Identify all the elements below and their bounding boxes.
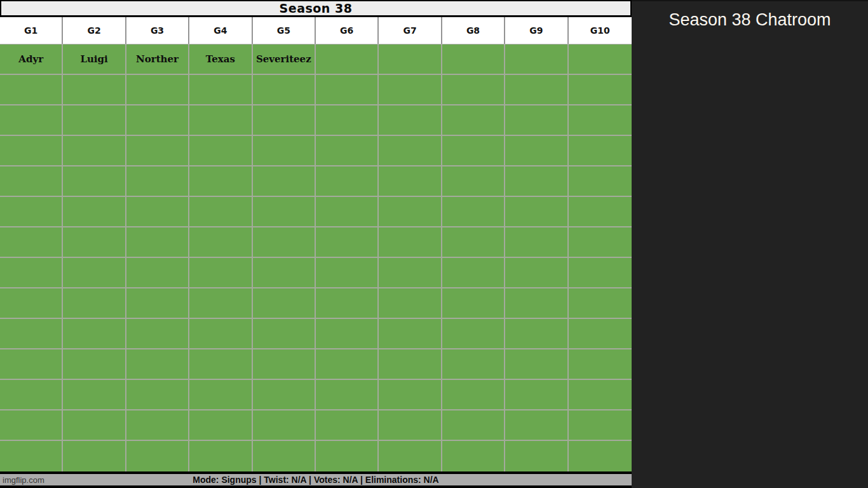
empty-cell <box>569 166 632 197</box>
empty-cell <box>569 136 632 166</box>
signup-grid: AdyrLuigiNortherTexasSeveriteez <box>0 44 632 471</box>
screenshot-canvas: Season 38 G1G2G3G4G5G6G7G8G9G10 AdyrLuig… <box>0 0 868 488</box>
season-title: Season 38 <box>280 3 353 15</box>
empty-cell <box>63 227 126 258</box>
empty-cell <box>253 227 316 258</box>
empty-cell <box>253 136 316 166</box>
empty-cell <box>126 197 189 227</box>
empty-cell <box>0 197 63 227</box>
empty-cell <box>63 441 126 471</box>
empty-cell <box>442 349 505 380</box>
empty-cell <box>505 227 568 258</box>
empty-cell <box>253 258 316 288</box>
empty-cell <box>442 319 505 349</box>
empty-cell <box>189 319 252 349</box>
empty-cell <box>379 197 442 227</box>
empty-cell <box>253 380 316 410</box>
empty-cell <box>379 136 442 166</box>
empty-cell <box>0 380 63 410</box>
chatroom-title: Season 38 Chatroom <box>632 10 868 30</box>
empty-cell <box>126 319 189 349</box>
player-cell-luigi: Luigi <box>63 44 126 75</box>
empty-cell <box>379 258 442 288</box>
empty-cell <box>189 288 252 319</box>
empty-cell <box>189 166 252 197</box>
empty-cell <box>126 410 189 441</box>
empty-cell <box>189 197 252 227</box>
player-cell-texas: Texas <box>189 44 252 75</box>
empty-cell <box>569 380 632 410</box>
empty-cell <box>0 349 63 380</box>
empty-cell <box>505 136 568 166</box>
empty-cell <box>442 44 505 75</box>
empty-cell <box>569 319 632 349</box>
empty-cell <box>0 319 63 349</box>
empty-cell <box>379 380 442 410</box>
empty-cell <box>505 441 568 471</box>
empty-cell <box>253 105 316 136</box>
empty-cell <box>505 197 568 227</box>
empty-cell <box>316 227 379 258</box>
empty-cell <box>253 410 316 441</box>
empty-cell <box>0 227 63 258</box>
empty-cell <box>63 166 126 197</box>
empty-cell <box>126 136 189 166</box>
empty-cell <box>189 75 252 105</box>
empty-cell <box>253 75 316 105</box>
empty-cell <box>0 136 63 166</box>
column-header-g7: G7 <box>379 17 442 44</box>
empty-cell <box>505 380 568 410</box>
empty-cell <box>442 288 505 319</box>
empty-cell <box>316 258 379 288</box>
empty-cell <box>63 136 126 166</box>
empty-cell <box>316 136 379 166</box>
column-header-g3: G3 <box>126 17 189 44</box>
empty-cell <box>63 288 126 319</box>
season-title-bar: Season 38 <box>0 0 632 17</box>
empty-cell <box>189 258 252 288</box>
status-bar: imgflip.com Mode: Signups | Twist: N/A |… <box>0 471 632 485</box>
empty-cell <box>442 441 505 471</box>
empty-cell <box>569 197 632 227</box>
empty-cell <box>63 380 126 410</box>
empty-cell <box>379 410 442 441</box>
empty-cell <box>379 75 442 105</box>
empty-cell <box>379 44 442 75</box>
empty-cell <box>569 258 632 288</box>
column-header-g6: G6 <box>316 17 379 44</box>
column-header-g5: G5 <box>253 17 316 44</box>
empty-cell <box>126 258 189 288</box>
empty-cell <box>569 410 632 441</box>
empty-cell <box>316 410 379 441</box>
empty-cell <box>379 288 442 319</box>
empty-cell <box>126 227 189 258</box>
empty-cell <box>316 380 379 410</box>
empty-cell <box>316 441 379 471</box>
empty-cell <box>316 44 379 75</box>
empty-cell <box>379 166 442 197</box>
column-header-g10: G10 <box>569 17 632 44</box>
empty-cell <box>253 319 316 349</box>
empty-cell <box>253 349 316 380</box>
column-header-row: G1G2G3G4G5G6G7G8G9G10 <box>0 17 632 44</box>
empty-cell <box>442 410 505 441</box>
player-cell-norther: Norther <box>126 44 189 75</box>
empty-cell <box>316 105 379 136</box>
empty-cell <box>189 410 252 441</box>
empty-cell <box>189 380 252 410</box>
empty-cell <box>63 349 126 380</box>
empty-cell <box>63 105 126 136</box>
column-header-g8: G8 <box>442 17 505 44</box>
empty-cell <box>63 319 126 349</box>
empty-cell <box>253 166 316 197</box>
empty-cell <box>505 75 568 105</box>
empty-cell <box>442 75 505 105</box>
empty-cell <box>126 288 189 319</box>
empty-cell <box>0 105 63 136</box>
empty-cell <box>505 166 568 197</box>
empty-cell <box>379 105 442 136</box>
empty-cell <box>505 105 568 136</box>
empty-cell <box>442 105 505 136</box>
empty-cell <box>316 166 379 197</box>
empty-cell <box>126 349 189 380</box>
